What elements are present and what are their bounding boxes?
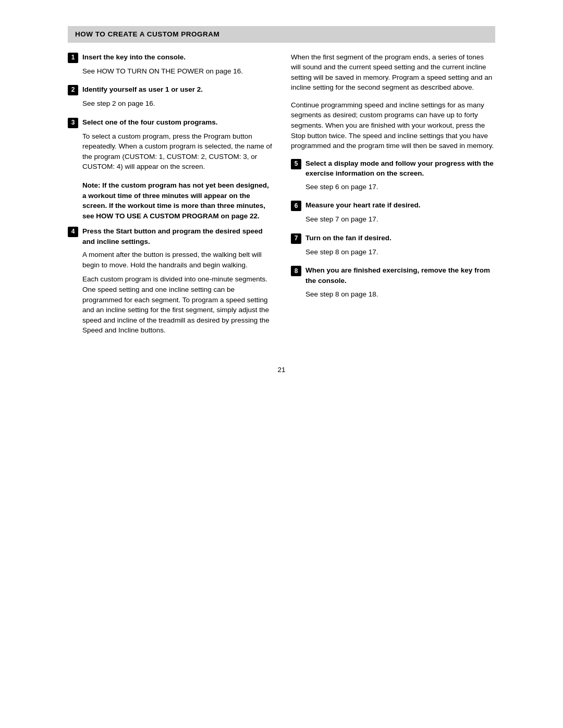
step-5-text: See step 6 on page 17.: [305, 182, 495, 192]
left-column: 1 Insert the key into the console. See H…: [68, 52, 272, 344]
note-bold: Note: If the custom program has not yet …: [82, 180, 272, 221]
step-3-number: 3: [68, 118, 78, 128]
step-3-header: 3 Select one of the four custom programs…: [68, 117, 272, 128]
step-7-text: See step 8 on page 17.: [305, 247, 495, 257]
step-1-text: See HOW TO TURN ON THE POWER on page 16.: [82, 66, 272, 77]
right-intro-1: When the first segment of the program en…: [291, 52, 495, 93]
step-5-body: See step 6 on page 17.: [305, 182, 495, 192]
step-2-body: See step 2 on page 16.: [82, 98, 272, 109]
page: HOW TO CREATE A CUSTOM PROGRAM 1 Insert …: [47, 0, 516, 406]
page-number: 21: [68, 365, 495, 375]
step-5-header: 5 Select a display mode and follow your …: [291, 158, 495, 179]
note-text: Note: If the custom program has not yet …: [82, 181, 269, 220]
step-3-body: To select a custom program, press the Pr…: [82, 131, 272, 172]
step-6-title: Measure your heart rate if desired.: [305, 200, 421, 211]
step-2-text: See step 2 on page 16.: [82, 98, 272, 109]
step-3-text: To select a custom program, press the Pr…: [82, 131, 272, 172]
step-2-number: 2: [68, 85, 78, 95]
step-7-title: Turn on the fan if desired.: [305, 233, 391, 243]
step-7-body: See step 8 on page 17.: [305, 247, 495, 257]
step-7-number: 7: [291, 233, 301, 244]
step-2-title: Identify yourself as user 1 or user 2.: [82, 84, 203, 95]
step-1-header: 1 Insert the key into the console.: [68, 52, 272, 63]
step-1-number: 1: [68, 53, 78, 63]
step-8-title: When you are finished exercising, remove…: [305, 265, 495, 286]
step-4-text-1: A moment after the button is pressed, th…: [82, 250, 272, 270]
page-number-text: 21: [277, 366, 285, 374]
step-4-number: 4: [68, 227, 78, 237]
step-6-body: See step 7 on page 17.: [305, 214, 495, 225]
step-1-body: See HOW TO TURN ON THE POWER on page 16.: [82, 66, 272, 77]
step-1-title: Insert the key into the console.: [82, 52, 186, 63]
step-5-number: 5: [291, 159, 301, 169]
step-8-header: 8 When you are finished exercising, remo…: [291, 265, 495, 286]
step-4-text-2: Each custom program is divided into one-…: [82, 274, 272, 335]
step-5-title: Select a display mode and follow your pr…: [305, 158, 495, 179]
right-column: When the first segment of the program en…: [291, 52, 495, 344]
section-title: HOW TO CREATE A CUSTOM PROGRAM: [75, 30, 219, 38]
step-6-header: 6 Measure your heart rate if desired.: [291, 200, 495, 211]
step-8-body: See step 8 on page 18.: [305, 289, 495, 300]
step-6-number: 6: [291, 201, 301, 211]
step-6-text: See step 7 on page 17.: [305, 214, 495, 225]
step-4-header: 4 Press the Start button and program the…: [68, 226, 272, 246]
step-4-title: Press the Start button and program the d…: [82, 226, 272, 246]
right-intro-2: Continue programming speed and incline s…: [291, 100, 495, 151]
section-header: HOW TO CREATE A CUSTOM PROGRAM: [68, 26, 495, 43]
step-4-body: A moment after the button is pressed, th…: [82, 250, 272, 336]
step-3-title: Select one of the four custom programs.: [82, 117, 218, 128]
two-column-layout: 1 Insert the key into the console. See H…: [68, 52, 495, 344]
step-7-header: 7 Turn on the fan if desired.: [291, 233, 495, 244]
step-8-text: See step 8 on page 18.: [305, 289, 495, 300]
step-2-header: 2 Identify yourself as user 1 or user 2.: [68, 84, 272, 95]
step-8-number: 8: [291, 266, 301, 276]
